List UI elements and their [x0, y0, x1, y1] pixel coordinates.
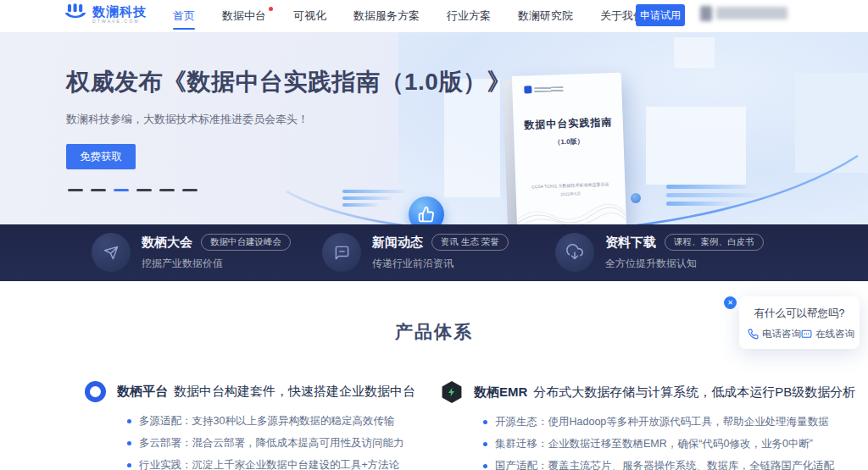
bullet-item: 集群迁移：企业数据迁移至数栖EMR，确保“代码0修改，业务0中断” [483, 437, 814, 451]
product-shuqi-emr: 数栖EMR分布式大数据存储与计算系统，低成本运行PB级数据分析 开源生态：使用H… [441, 381, 814, 470]
nav-item-data-platform[interactable]: 数据中台 [209, 0, 280, 32]
feature-downloads[interactable]: 资料下载 课程、案例、白皮书 全方位提升数据认知 [555, 233, 764, 272]
top-navbar: 数澜科技 DTWAVE.COM 首页 数据中台 可视化 数据服务方案 行业方案 … [0, 0, 868, 32]
carousel-dash-1[interactable] [68, 189, 83, 191]
feature-tag: 数据中台建设峰会 [201, 234, 291, 251]
book-edition: （1.0版） [514, 135, 623, 148]
carousel-dash-6[interactable] [182, 189, 198, 191]
phone-number-blurred [700, 6, 787, 21]
hero-banner: 数据中台实践指南 （1.0版） CCSA TC601 大数据技术标准推进委员会 … [0, 32, 868, 224]
carousel-dash-5[interactable] [159, 189, 175, 191]
bullet-item: 多源适配：支持30种以上多源异构数据的稳定高效传输 [127, 414, 424, 429]
feature-title: 新闻动态 [372, 235, 423, 251]
product-tagline: 数据中台构建套件，快速搭建企业数据中台 [174, 384, 415, 398]
bullet-item: 国产适配：覆盖主流芯片、服务器操作系统、数据库，全链路国产化适配 [483, 459, 814, 470]
deco-slab [795, 73, 868, 173]
carousel-dash-2[interactable] [91, 189, 106, 191]
feature-news[interactable]: 新闻动态 资讯 生态 荣誉 传递行业前沿资讯 [322, 233, 509, 272]
feature-tag: 资讯 生态 荣誉 [431, 234, 509, 251]
feature-conference[interactable]: 数栖大会 数据中台建设峰会 挖掘产业数据价值 [92, 233, 291, 272]
chat-bubble-icon [801, 329, 812, 340]
nav-item-visualization[interactable]: 可视化 [280, 0, 340, 32]
brand-logo-icon [64, 3, 87, 25]
brand-logo[interactable]: 数澜科技 DTWAVE.COM [64, 3, 147, 25]
feature-desc: 挖掘产业数据价值 [142, 257, 291, 271]
carousel-dash-4[interactable] [136, 189, 152, 191]
thumbs-up-icon [418, 206, 435, 223]
product-shuqi-platform: 数栖平台数据中台构建套件，快速搭建企业数据中台 多源适配：支持30种以上多源异构… [85, 381, 424, 470]
nav-item-data-services[interactable]: 数据服务方案 [340, 0, 433, 32]
cloud-download-icon [555, 233, 594, 272]
carousel-indicators [68, 189, 198, 191]
feature-desc: 全方位提升数据认知 [605, 257, 764, 271]
nav-item-research[interactable]: 数澜研究院 [504, 0, 587, 32]
book-publisher-logo [524, 85, 563, 94]
chat-widget: ✕ 有什么可以帮您吗? 电话咨询 在线咨询 [739, 296, 860, 349]
hero-subtitle: 数澜科技参编，大数据技术标准推进委员会牵头！ [66, 112, 511, 127]
shuqi-platform-icon [85, 381, 106, 402]
book-organization: CCSA TC601 大数据技术标准推进委员会 [515, 181, 625, 190]
deco-dot [631, 193, 641, 203]
product-bullets: 开源生态：使用Hadoop等多种开放源代码工具，帮助企业处理海量数据 集群迁移：… [483, 415, 814, 470]
bullet-item: 行业实践：沉淀上千家企业数据中台建设的工具+方法论 [127, 458, 424, 470]
phone-icon [748, 329, 759, 340]
products-section: 产品体系 数栖平台数据中台构建套件，快速搭建企业数据中台 多源适配：支持30种以… [0, 281, 868, 470]
feature-bar: 数栖大会 数据中台建设峰会 挖掘产业数据价值 新闻动态 资讯 生态 荣誉 传递行… [0, 224, 868, 281]
book-title: 数据中台实践指南 [514, 115, 624, 133]
new-badge-dot [269, 7, 273, 11]
product-name: 数栖平台 [117, 384, 168, 398]
close-icon[interactable]: ✕ [724, 296, 737, 309]
feature-title: 资料下载 [605, 235, 656, 251]
bullet-item: 多云部署：混合云部署，降低成本提高可用性及访问能力 [127, 436, 424, 451]
nav-item-industry[interactable]: 行业方案 [433, 0, 504, 32]
deco-lines [666, 185, 766, 210]
rocket-icon [92, 233, 131, 272]
nav-item-home[interactable]: 首页 [159, 0, 209, 32]
product-header[interactable]: 数栖平台数据中台构建套件，快速搭建企业数据中台 [85, 381, 424, 402]
online-consult-link[interactable]: 在线咨询 [801, 328, 854, 340]
product-bullets: 多源适配：支持30种以上多源异构数据的稳定高效传输 多云部署：混合云部署，降低成… [127, 414, 424, 470]
deco-slab [674, 37, 715, 68]
main-nav: 首页 数据中台 可视化 数据服务方案 行业方案 数澜研究院 关于我们 [159, 0, 658, 32]
product-header[interactable]: 数栖EMR分布式大数据存储与计算系统，低成本运行PB级数据分析 [441, 381, 814, 403]
feature-desc: 传递行业前沿资讯 [372, 257, 509, 271]
page: 数澜科技 DTWAVE.COM 首页 数据中台 可视化 数据服务方案 行业方案 … [0, 0, 868, 470]
book-cover: 数据中台实践指南 （1.0版） CCSA TC601 大数据技术标准推进委员会 … [512, 73, 626, 224]
hero-title: 权威发布《数据中台实践指南（1.0版）》 [66, 66, 511, 98]
chat-question: 有什么可以帮您吗? [739, 307, 860, 321]
deco-lines [342, 190, 405, 210]
free-download-button[interactable]: 免费获取 [66, 144, 136, 169]
feature-title: 数栖大会 [142, 235, 192, 251]
shuqi-emr-icon [441, 381, 463, 403]
book-wave-pattern [516, 195, 626, 224]
carousel-dash-3-active[interactable] [114, 189, 129, 191]
bullet-item: 开源生态：使用Hadoop等多种开放源代码工具，帮助企业处理海量数据 [483, 415, 814, 429]
apply-trial-button[interactable]: 申请试用 [636, 4, 685, 26]
product-name: 数栖EMR [474, 384, 527, 399]
brand-name: 数澜科技 [92, 5, 147, 18]
feature-tag: 课程、案例、白皮书 [665, 234, 764, 251]
brand-domain: DTWAVE.COM [92, 19, 147, 24]
hero-content: 权威发布《数据中台实践指南（1.0版）》 数澜科技参编，大数据技术标准推进委员会… [66, 66, 511, 169]
message-icon [322, 233, 361, 272]
phone-consult-link[interactable]: 电话咨询 [748, 328, 801, 340]
whitepaper-book: 数据中台实践指南 （1.0版） CCSA TC601 大数据技术标准推进委员会 … [503, 73, 626, 224]
section-heading: 产品体系 [0, 281, 868, 344]
deco-slab [646, 107, 746, 185]
product-tagline: 分布式大数据存储与计算系统，低成本运行PB级数据分析 [533, 384, 855, 399]
